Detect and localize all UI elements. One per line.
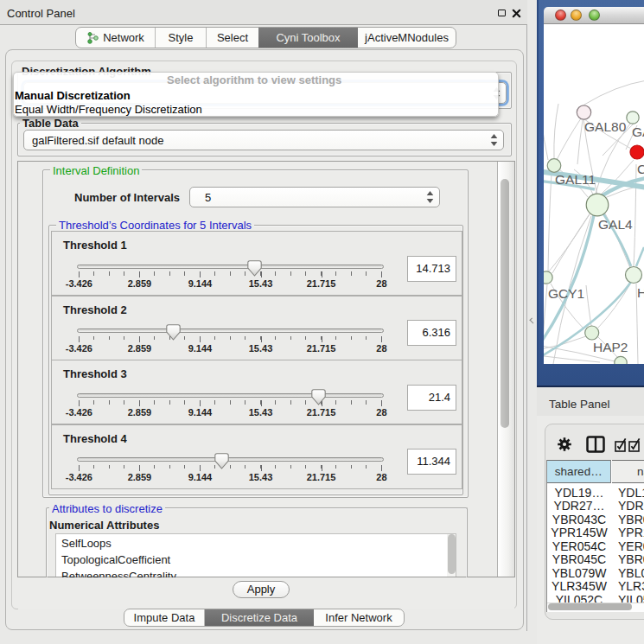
svg-text:GAL80: GAL80 (584, 119, 627, 134)
svg-text:HAP2: HAP2 (593, 340, 628, 354)
svg-text:CY: CY (637, 162, 644, 176)
svg-text:GAL4: GAL4 (598, 217, 633, 232)
svg-text:GAL11: GAL11 (555, 172, 596, 187)
svg-text:GA: GA (632, 124, 644, 139)
svg-text:GCY1: GCY1 (548, 286, 584, 301)
svg-text:HI: HI (637, 285, 644, 300)
